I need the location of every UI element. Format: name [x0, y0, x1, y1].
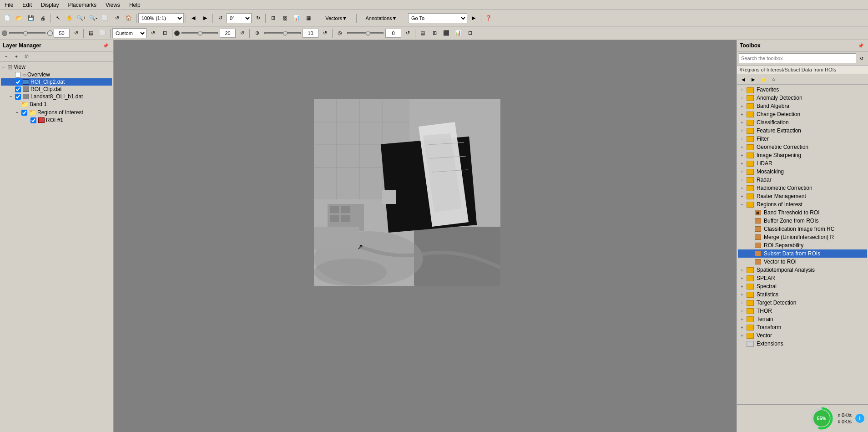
next-btn[interactable]: ▶ — [200, 13, 211, 24]
toolbox-back-btn[interactable]: ◀ — [739, 75, 748, 83]
contrast-value[interactable] — [220, 29, 236, 38]
open-btn[interactable]: 📂 — [14, 13, 25, 24]
more-btn1[interactable]: ▤ — [417, 28, 428, 39]
roi1-check[interactable] — [30, 117, 36, 123]
toolbox-item-thor[interactable]: + THOR — [738, 307, 867, 315]
reset-btn4[interactable]: ↺ — [402, 28, 413, 39]
more-btn5[interactable]: ⊟ — [464, 28, 475, 39]
tree-item-view[interactable]: − ⊞ View — [1, 63, 112, 71]
view-expand[interactable]: − — [1, 64, 6, 70]
toolbox-item-band-threshold[interactable]: + ▦ Band Threshold to ROI — [738, 208, 867, 217]
menu-display[interactable]: Display — [38, 1, 61, 9]
toolbox-item-extensions[interactable]: + Extensions — [738, 340, 867, 348]
roi-group-expand[interactable]: − — [15, 110, 20, 115]
toolbox-item-subset-data[interactable]: + Subset Data from ROIs — [738, 249, 867, 258]
toolbox-item-mosaicking[interactable]: + Mosaicking — [738, 168, 867, 176]
brightness-slider[interactable] — [9, 32, 45, 34]
toolbox-item-vector[interactable]: + Vector — [738, 331, 867, 340]
zoom-select[interactable]: 100% (1:1) — [138, 13, 184, 23]
lm-collapse-btn[interactable]: − — [2, 52, 11, 61]
toolbox-item-favorites[interactable]: + Favorites — [738, 86, 867, 94]
canvas-area[interactable]: ↗ — [114, 40, 736, 432]
save-btn[interactable]: 💾 — [25, 13, 36, 24]
goto-select[interactable]: Go To — [408, 13, 467, 23]
toolbox-star-btn[interactable]: ⭐ — [759, 75, 768, 83]
toolbox-item-merge-union[interactable]: + Merge (Union/Intersection) R — [738, 233, 867, 241]
toolbox-item-classification-image[interactable]: + Classification Image from RC — [738, 225, 867, 233]
linear-btn[interactable]: ⬜ — [97, 28, 108, 39]
toolbox-item-spectral[interactable]: + Spectral — [738, 282, 867, 290]
toolbox-item-radar[interactable]: + Radar — [738, 176, 867, 184]
tree-item-roi-clip[interactable]: + ROI_Clip.dat — [1, 86, 112, 93]
transparency-value[interactable] — [385, 29, 401, 38]
lm-expand-btn[interactable]: + — [12, 52, 21, 61]
rotation-select[interactable]: 0° — [227, 13, 252, 23]
more-btn2[interactable]: ⊞ — [429, 28, 440, 39]
annotations-btn[interactable]: Annotations ▼ — [358, 13, 404, 24]
zoom-rect-btn[interactable]: ⬜ — [100, 13, 111, 24]
layer-btn[interactable]: ⊞ — [267, 13, 278, 24]
toolbox-search-refresh[interactable]: ↺ — [857, 54, 866, 62]
transparency-slider[interactable] — [347, 32, 384, 34]
toolbox-item-target-detection[interactable]: + Target Detection — [738, 299, 867, 307]
toolbox-item-buffer-zone[interactable]: + Buffer Zone from ROIs — [738, 217, 867, 225]
zoom2-btn[interactable]: ⊕ — [252, 28, 262, 39]
cursor-btn[interactable]: ↖ — [52, 13, 63, 24]
tree-item-landsat8[interactable]: − Landsat8_OLI_b1.dat — [1, 93, 112, 100]
brightness-value[interactable] — [54, 29, 70, 38]
info-btn[interactable]: ℹ — [855, 414, 864, 423]
tree-item-band1[interactable]: + 📁 Band 1 — [1, 100, 112, 108]
tree-item-roi-clip2[interactable]: + ROI_Clip2.dat — [1, 78, 112, 86]
landsat8-expand[interactable]: − — [8, 94, 14, 99]
stretch-select[interactable]: Custom — [112, 28, 146, 38]
tree-item-roi1[interactable]: + ROI #1 — [1, 117, 112, 124]
goto-go-btn[interactable]: ▶ — [468, 13, 479, 24]
band-btn[interactable]: ▦ — [303, 13, 314, 24]
apply-stretch-btn[interactable]: ↺ — [147, 28, 158, 39]
tree-item-overview[interactable]: + ▭ Overview — [1, 71, 112, 78]
prev-btn[interactable]: ◀ — [188, 13, 199, 24]
spectral-btn[interactable]: 📊 — [291, 13, 302, 24]
toolbox-item-terrain[interactable]: + Terrain — [738, 315, 867, 323]
rot-ccw-btn[interactable]: ↺ — [215, 13, 226, 24]
zoom-thumb[interactable] — [283, 31, 288, 36]
toolbox-search-input[interactable] — [739, 53, 856, 63]
zoom-in-btn[interactable]: 🔍+ — [76, 13, 87, 24]
toolbox-item-change-detection[interactable]: + Change Detection — [738, 110, 867, 118]
toolbox-item-image-sharpening[interactable]: + Image Sharpening — [738, 151, 867, 159]
help-btn[interactable]: ❓ — [483, 13, 494, 24]
auto-stretch-btn[interactable]: ⊞ — [159, 28, 170, 39]
print-btn[interactable]: 🖨 — [37, 13, 48, 24]
toolbox-star2-btn[interactable]: ☆ — [769, 75, 778, 83]
menu-file[interactable]: File — [2, 1, 16, 9]
toolbox-pin-btn[interactable]: 📌 — [856, 41, 865, 50]
lm-check-btn[interactable]: ☑ — [22, 52, 31, 61]
landsat8-check[interactable] — [15, 94, 21, 100]
toolbox-item-feature-extraction[interactable]: + Feature Extraction — [738, 127, 867, 135]
stretch-btn[interactable]: ▤ — [86, 28, 96, 39]
zoom-value[interactable] — [303, 29, 318, 38]
toolbox-item-band-algebra[interactable]: + Band Algebra — [738, 102, 867, 110]
toolbox-item-filter[interactable]: + Filter — [738, 135, 867, 143]
zoom-slider[interactable] — [264, 32, 301, 34]
zoom-out-btn[interactable]: 🔍- — [88, 13, 99, 24]
toolbox-item-roi-separability[interactable]: + ROI Separability — [738, 241, 867, 249]
transparency-thumb[interactable] — [366, 31, 370, 36]
toolbox-forward-btn[interactable]: ▶ — [749, 75, 758, 83]
roi-group-check[interactable] — [21, 110, 27, 116]
contrast-thumb[interactable] — [198, 31, 202, 36]
menu-edit[interactable]: Edit — [20, 1, 35, 9]
toolbox-item-geometric-correction[interactable]: + Geometric Correction — [738, 143, 867, 151]
zoom-home-btn[interactable]: 🏠 — [123, 13, 134, 24]
new-btn[interactable]: 📄 — [2, 13, 13, 24]
lm-pin-btn[interactable]: 📌 — [101, 41, 110, 50]
pan-btn[interactable]: ✋ — [64, 13, 75, 24]
toolbox-item-statistics[interactable]: + Statistics — [738, 290, 867, 299]
reset-btn2[interactable]: ↺ — [237, 28, 247, 39]
toolbox-item-transform[interactable]: + Transform — [738, 323, 867, 331]
toolbox-item-classification[interactable]: + Classification — [738, 118, 867, 127]
toolbox-item-anomaly[interactable]: + Anomaly Detection — [738, 94, 867, 102]
menu-help[interactable]: Help — [126, 1, 143, 9]
toolbox-item-regions-of-interest[interactable]: − Regions of Interest — [738, 200, 867, 208]
circle-dark[interactable] — [174, 30, 180, 36]
